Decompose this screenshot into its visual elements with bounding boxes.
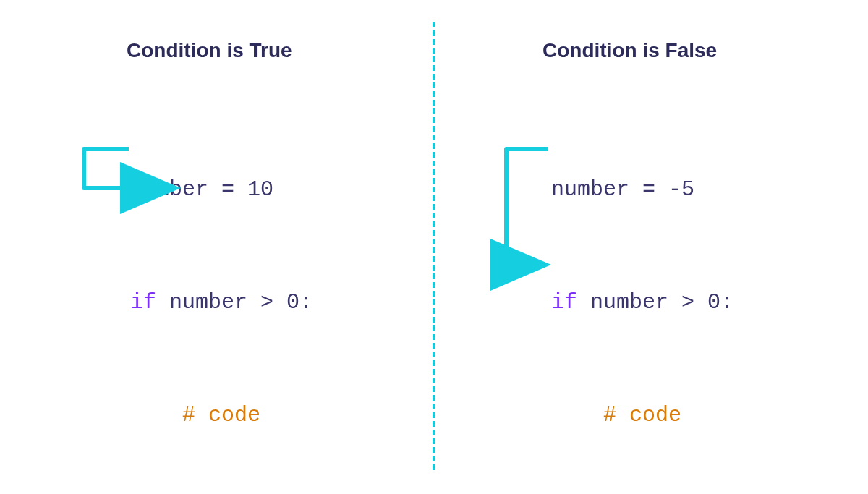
panel-true: Condition is True number = 10 if number … <box>0 0 433 494</box>
heading-false: Condition is False <box>542 39 717 62</box>
line-if: if number > 0: <box>130 284 326 321</box>
line-if-body: # code <box>130 396 326 434</box>
line-if: if number > 0: <box>551 284 746 321</box>
heading-true: Condition is True <box>127 39 292 62</box>
flow-arrow-left <box>78 136 194 201</box>
panel-false: Condition is False number = -5 if number… <box>435 0 868 494</box>
flow-arrow-right <box>501 136 595 281</box>
line-if-body: # code <box>551 396 746 434</box>
